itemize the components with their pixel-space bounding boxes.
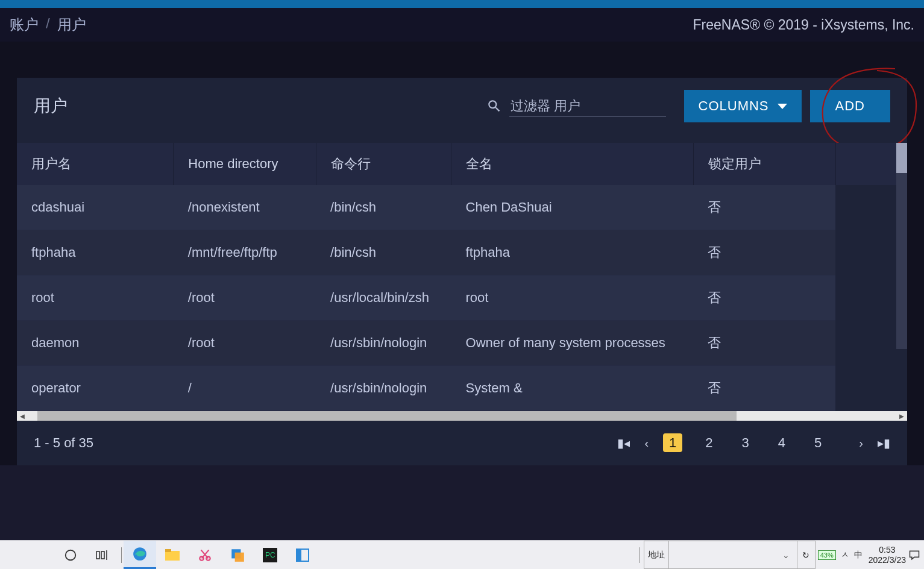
hscroll-left-arrow-icon[interactable]: ◄: [18, 412, 27, 420]
cell-user: ftphaha: [17, 230, 174, 275]
svg-text:PC: PC: [265, 551, 275, 559]
svg-rect-12: [235, 552, 244, 561]
breadcrumb-separator: /: [46, 15, 50, 34]
cell-full: Owner of many system processes: [451, 321, 694, 366]
breadcrumb-accounts[interactable]: 账户: [10, 15, 39, 34]
cell-shell: /bin/csh: [316, 230, 451, 275]
top-app-bar: [0, 0, 924, 8]
add-button[interactable]: ADD: [810, 90, 890, 122]
cell-user: cdashuai: [17, 185, 174, 230]
col-fullname[interactable]: 全名: [451, 143, 694, 185]
windows-taskbar: PC 地址 ⌄ ↻ 43% ㅅ 中 0:53 2022/3/23: [0, 540, 924, 569]
address-toolbar: 地址 ⌄ ↻: [644, 541, 816, 569]
ime-indicator[interactable]: 中: [854, 550, 863, 561]
page-number-1[interactable]: 1: [663, 433, 682, 452]
table-row[interactable]: daemon/root/usr/sbin/nologinOwner of man…: [17, 321, 907, 366]
taskbar-separator-right: [639, 547, 640, 563]
col-locked[interactable]: 锁定用户: [693, 143, 835, 185]
page-prev-icon[interactable]: ‹: [644, 436, 649, 450]
app-icon[interactable]: [286, 541, 319, 569]
snip-icon[interactable]: [189, 541, 221, 569]
svg-rect-6: [165, 549, 171, 552]
taskbar-separator: [121, 547, 122, 563]
cell-home: /root: [174, 321, 316, 366]
cell-locked: 否: [693, 366, 835, 411]
copyright-text: FreeNAS® © 2019 - iXsystems, Inc.: [693, 17, 914, 33]
breadcrumb-bar: 账户 / 用户 FreeNAS® © 2019 - iXsystems, Inc…: [0, 8, 924, 42]
taskbar-right: 地址 ⌄ ↻ 43% ㅅ 中 0:53 2022/3/23: [637, 541, 924, 569]
cell-home: /nonexistent: [174, 185, 316, 230]
cell-locked: 否: [693, 185, 835, 230]
breadcrumb: 账户 / 用户: [10, 15, 86, 34]
action-center-icon[interactable]: [908, 549, 920, 561]
page-number-3[interactable]: 3: [736, 433, 755, 452]
cell-home: /mnt/free/ftp/ftp: [174, 230, 316, 275]
table-header-row: 用户名 Home directory 命令行 全名 锁定用户: [17, 143, 907, 185]
task-view-icon[interactable]: [87, 541, 119, 569]
refresh-icon[interactable]: ↻: [797, 541, 815, 568]
table-row[interactable]: cdashuai/nonexistent/bin/cshChen DaShuai…: [17, 185, 907, 230]
page-number-5[interactable]: 5: [808, 433, 828, 452]
columns-button[interactable]: COLUMNS: [684, 90, 802, 122]
filter-group: [486, 96, 666, 117]
vertical-scrollbar[interactable]: [896, 143, 907, 349]
col-shell[interactable]: 命令行: [316, 143, 451, 185]
taskbar-clock[interactable]: 0:53 2022/3/23: [869, 545, 906, 564]
col-home[interactable]: Home directory: [174, 143, 316, 185]
users-table: 用户名 Home directory 命令行 全名 锁定用户 cdashuai/…: [17, 143, 907, 411]
cell-home: /: [174, 366, 316, 411]
vmware-icon[interactable]: [221, 541, 254, 569]
svg-rect-2: [101, 552, 104, 559]
table-row[interactable]: root/root/usr/local/bin/zshroot否: [17, 275, 907, 321]
page-title: 用户: [34, 95, 68, 118]
cell-full: ftphaha: [451, 230, 694, 275]
edge-icon[interactable]: [124, 541, 156, 569]
page-status: 1 - 5 of 35: [34, 435, 93, 451]
cell-locked: 否: [693, 230, 835, 275]
cell-full: Chen DaShuai: [451, 185, 694, 230]
page-number-2[interactable]: 2: [699, 433, 718, 452]
page-last-icon[interactable]: ▸▮: [878, 436, 890, 450]
caret-down-icon: [778, 104, 787, 109]
svg-rect-1: [96, 552, 99, 559]
cell-user: daemon: [17, 321, 174, 366]
battery-icon[interactable]: 43%: [818, 550, 836, 560]
cortana-icon[interactable]: [54, 541, 87, 569]
page-number-4[interactable]: 4: [772, 433, 791, 452]
cell-user: operator: [17, 366, 174, 411]
users-panel: 用户 COLUMNS ADD 用户名 Home directory: [17, 78, 907, 465]
svg-rect-16: [297, 549, 301, 561]
pager: ▮◂ ‹ 12345 › ▸▮: [617, 435, 890, 451]
cell-full: System &: [451, 366, 694, 411]
app-body: 用户 COLUMNS ADD 用户名 Home directory: [0, 42, 924, 465]
page-next-icon[interactable]: ›: [859, 436, 863, 450]
hscroll-right-arrow-icon[interactable]: ►: [897, 412, 906, 420]
address-label: 地址: [644, 541, 669, 568]
clock-date: 2022/3/23: [869, 555, 906, 565]
columns-button-label: COLUMNS: [699, 98, 769, 114]
search-icon: [486, 98, 502, 114]
breadcrumb-users[interactable]: 用户: [57, 15, 86, 34]
panel-header: 用户 COLUMNS ADD: [17, 78, 907, 143]
taskbar-left: PC: [0, 541, 319, 569]
page-first-icon[interactable]: ▮◂: [617, 436, 630, 450]
filter-input[interactable]: [509, 96, 666, 117]
cell-home: /root: [174, 275, 316, 321]
system-tray: 43% ㅅ 中: [818, 550, 863, 561]
cell-full: root: [451, 275, 694, 321]
table-row[interactable]: operator//usr/sbin/nologinSystem &否: [17, 366, 907, 411]
pycharm-icon[interactable]: PC: [254, 541, 286, 569]
clock-time: 0:53: [869, 545, 906, 555]
horizontal-scrollbar-thumb[interactable]: [37, 411, 737, 421]
svg-rect-5: [165, 551, 180, 561]
file-explorer-icon[interactable]: [156, 541, 189, 569]
cell-shell: /bin/csh: [316, 185, 451, 230]
cell-shell: /usr/local/bin/zsh: [316, 275, 451, 321]
table-row[interactable]: ftphaha/mnt/free/ftp/ftp/bin/cshftphaha否: [17, 230, 907, 275]
horizontal-scrollbar[interactable]: ◄ ►: [17, 411, 907, 421]
cell-locked: 否: [693, 275, 835, 321]
col-username[interactable]: 用户名: [17, 143, 174, 185]
vertical-scrollbar-thumb[interactable]: [896, 143, 907, 173]
address-dropdown[interactable]: ⌄: [673, 541, 793, 568]
tray-overflow-icon[interactable]: ㅅ: [841, 550, 849, 561]
